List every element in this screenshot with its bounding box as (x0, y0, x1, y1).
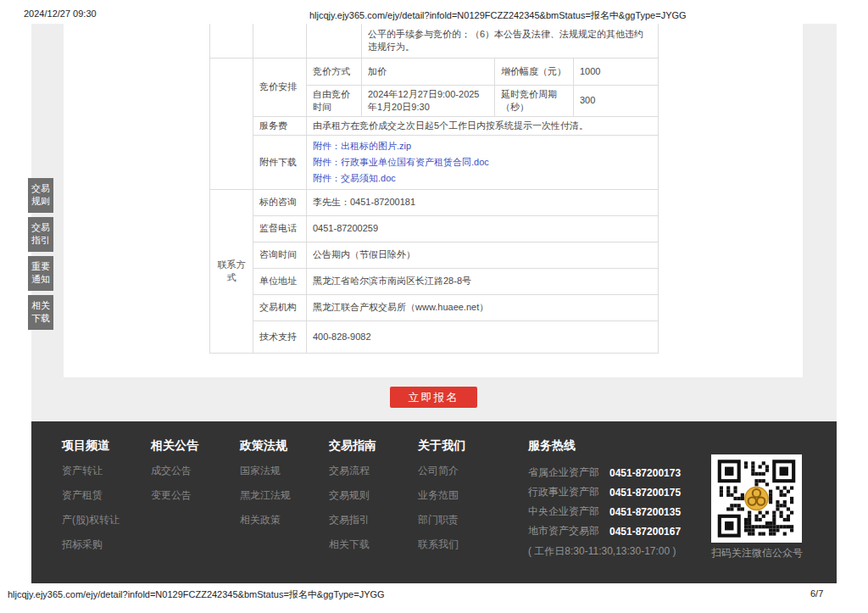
table-row-contact-2: 监督电话 0451-87200259 (210, 215, 659, 242)
supervision-phone-value: 0451-87200259 (307, 215, 659, 242)
attachment-link-contract-doc[interactable]: 附件：行政事业单位国有资产租赁合同.doc (313, 154, 652, 170)
contact-group-label: 联系方式 (210, 189, 253, 353)
footer-link-business-scope[interactable]: 业务范围 (418, 488, 459, 503)
hotline-number: 0451-87200135 (609, 506, 681, 518)
attachment-link-notice-doc[interactable]: 附件：交易须知.doc (313, 170, 652, 187)
print-page: 2024/12/27 09:30 hljcqjy.ejy365.com/ejy/… (0, 0, 868, 613)
attachments-cell: 附件：出租标的图片.zip 附件：行政事业单位国有资产租赁合同.doc 附件：交… (307, 135, 659, 189)
footer-link-department-duties[interactable]: 部门职责 (418, 513, 459, 527)
group-cell-empty (210, 58, 253, 189)
free-bid-time-value: 2024年12月27日9:00-2025年1月20日9:30 (362, 85, 495, 116)
address-value: 黑龙江省哈尔滨市南岗区长江路28-8号 (307, 268, 659, 294)
footer-link-contact-us[interactable]: 联系我们 (418, 538, 459, 552)
increment-value: 1000 (574, 58, 659, 85)
footer-col-title-about: 关于我们 (418, 438, 465, 454)
hotline-number: 0451-87200173 (609, 467, 681, 479)
qr-center-logo (745, 487, 768, 510)
footer-link-downloads[interactable]: 相关下载 (329, 538, 370, 552)
footer-link-equity-transfer[interactable]: 产(股)权转让 (62, 513, 120, 527)
table-row-contact-6: 技术支持 400-828-9082 (210, 320, 659, 353)
detail-table: 公平的手续参与竞价的；（6）本公告及法律、法规规定的其他违约违规行为。 竞价安排… (209, 24, 659, 354)
target-inquiry-label: 标的咨询 (253, 189, 307, 215)
footer-link-change-announcement[interactable]: 变更公告 (151, 488, 192, 503)
table-row-contact-3: 咨询时间 公告期内（节假日除外） (210, 242, 659, 268)
bid-method-value: 加价 (362, 58, 495, 85)
tech-support-value: 400-828-9082 (307, 320, 659, 353)
footer-link-trade-rules[interactable]: 交易规则 (329, 488, 370, 503)
footer-link-provincial-laws[interactable]: 黑龙江法规 (240, 488, 291, 503)
overtime-cycle-value: 300 (574, 85, 659, 116)
side-tab-bar: 交易规则 交易指引 重要通知 相关下载 (28, 178, 53, 334)
institution-label: 交易机构 (253, 294, 307, 320)
hotline-label: 行政事业资产部 (528, 485, 599, 499)
footer-link-deal-announcement[interactable]: 成交公告 (151, 464, 192, 478)
supervision-phone-label: 监督电话 (253, 215, 307, 242)
table-row-contact-1: 联系方式 标的咨询 李先生：0451-87200181 (210, 189, 659, 215)
side-tab-related-downloads[interactable]: 相关下载 (28, 295, 53, 330)
free-bid-time-label: 自由竞价时间 (307, 85, 362, 116)
table-row-contact-5: 交易机构 黑龙江联合产权交易所（www.huaee.net） (210, 294, 659, 320)
inquiry-time-value: 公告期内（节假日除外） (307, 242, 659, 268)
footer-link-trade-process[interactable]: 交易流程 (329, 464, 370, 478)
table-row-continued: 公平的手续参与竞价的；（6）本公告及法律、法规规定的其他违约违规行为。 (210, 24, 659, 58)
print-datetime: 2024/12/27 09:30 (24, 8, 97, 19)
print-header-url: hljcqjy.ejy365.com/ejy/detail?infold=N01… (309, 9, 687, 22)
signup-button[interactable]: 立即报名 (390, 387, 477, 408)
target-inquiry-value: 李先生：0451-87200181 (307, 189, 659, 215)
label-cell-continued (253, 24, 307, 58)
continuation-text: 公平的手续参与竞价的；（6）本公告及法律、法规规定的其他违约违规行为。 (362, 24, 659, 58)
hotline-label: 中央企业资产部 (528, 504, 599, 519)
footer-link-trade-guidance[interactable]: 交易指引 (329, 513, 370, 527)
attachment-link-zip[interactable]: 附件：出租标的图片.zip (313, 138, 652, 154)
print-page-number: 6/7 (810, 588, 823, 599)
attachments-label: 附件下载 (253, 135, 307, 189)
group-cell-continued (210, 24, 253, 58)
wechat-qr-code (711, 454, 802, 543)
hotline-number: 0451-87200175 (609, 487, 681, 499)
hotline-label: 地市资产交易部 (528, 524, 599, 538)
hotline-item: 省属企业资产部 0451-87200173 (528, 465, 681, 480)
site-footer: 项目频道 资产转让 资产租赁 产(股)权转让 招标采购 相关公告 成交公告 变更… (31, 421, 837, 583)
tech-support-label: 技术支持 (253, 320, 307, 353)
qr-code-image (711, 454, 802, 543)
table-row-bidding-1: 竞价安排 竞价方式 加价 增价幅度（元） 1000 (210, 58, 659, 85)
address-label: 单位地址 (253, 268, 307, 294)
footer-link-national-laws[interactable]: 国家法规 (240, 464, 281, 478)
hotline-number: 0451-87200167 (609, 526, 681, 538)
side-tab-important-notice[interactable]: 重要通知 (28, 256, 53, 291)
footer-col-title-announcements: 相关公告 (151, 438, 198, 454)
table-row-contact-4: 单位地址 黑龙江省哈尔滨市南岗区长江路28-8号 (210, 268, 659, 294)
footer-link-tender[interactable]: 招标采购 (62, 538, 103, 552)
bidding-group-label: 竞价安排 (253, 58, 307, 116)
side-tab-trade-guide[interactable]: 交易指引 (28, 217, 53, 252)
side-tab-trade-rules[interactable]: 交易规则 (28, 178, 53, 213)
overtime-cycle-label: 延时竞价周期（秒） (495, 85, 574, 116)
service-fee-value: 由承租方在竞价成交之次日起5个工作日内按系统提示一次性付清。 (307, 116, 659, 135)
inquiry-time-label: 咨询时间 (253, 242, 307, 268)
footer-link-asset-lease[interactable]: 资产租赁 (62, 488, 103, 503)
footer-link-asset-transfer[interactable]: 资产转让 (62, 464, 103, 478)
table-row-service-fee: 服务费 由承租方在竞价成交之次日起5个工作日内按系统提示一次性付清。 (210, 116, 659, 135)
print-footer-url: hljcqjy.ejy365.com/ejy/detail?infold=N01… (8, 588, 385, 601)
footer-col-title-project: 项目频道 (62, 438, 109, 454)
footer-link-related-policies[interactable]: 相关政策 (240, 513, 281, 527)
increment-label: 增价幅度（元） (495, 58, 574, 85)
footer-col-title-trade-guide: 交易指南 (329, 438, 376, 454)
hotline-item: 地市资产交易部 0451-87200167 (528, 524, 681, 538)
hotline-hours: ( 工作日8:30-11:30,13:30-17:00 ) (528, 544, 676, 559)
hotline-title: 服务热线 (528, 438, 576, 454)
table-row-attachments: 附件下载 附件：出租标的图片.zip 附件：行政事业单位国有资产租赁合同.doc… (210, 135, 659, 189)
bid-method-label: 竞价方式 (307, 58, 362, 85)
hotline-item: 行政事业资产部 0451-87200175 (528, 485, 681, 499)
hotline-item: 中央企业资产部 0451-87200135 (528, 504, 681, 519)
qr-caption: 扫码关注微信公众号 (709, 546, 805, 560)
sublabel-cell-continued (307, 24, 362, 58)
footer-link-company-profile[interactable]: 公司简介 (418, 464, 459, 478)
hotline-label: 省属企业资产部 (528, 465, 599, 480)
service-fee-label: 服务费 (253, 116, 307, 135)
footer-col-title-policies: 政策法规 (240, 438, 287, 454)
institution-value: 黑龙江联合产权交易所（www.huaee.net） (307, 294, 659, 320)
